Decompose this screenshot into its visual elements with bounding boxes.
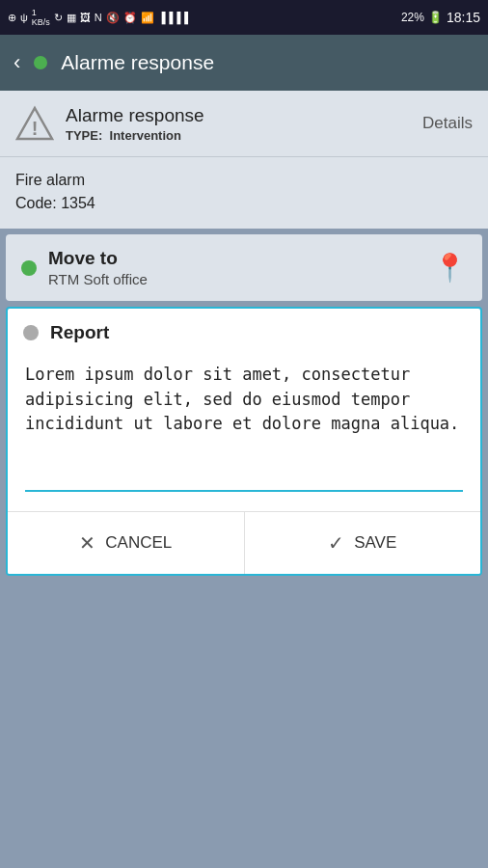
move-to-left: Move to RTM Soft office bbox=[21, 248, 148, 287]
svg-text:!: ! bbox=[32, 118, 39, 139]
report-textarea-wrapper: Lorem ipsum dolor sit amet, consectetur … bbox=[8, 353, 480, 511]
usb-icon: ⊕ bbox=[8, 12, 16, 24]
sync-icon: ↻ bbox=[54, 12, 63, 24]
move-to-content: Move to RTM Soft office bbox=[48, 248, 148, 287]
save-icon: ✓ bbox=[328, 531, 344, 555]
cancel-button[interactable]: ✕ CANCEL bbox=[8, 512, 245, 574]
alert-header: ! Alarme response TYPE: Intervention Det… bbox=[0, 91, 488, 157]
cancel-icon: ✕ bbox=[79, 531, 95, 555]
warning-icon: ! bbox=[15, 104, 54, 143]
location-pin-icon: 📍 bbox=[433, 252, 467, 284]
alert-type: TYPE: Intervention bbox=[66, 128, 204, 143]
type-value: Intervention bbox=[110, 128, 181, 143]
details-link[interactable]: Details bbox=[422, 114, 473, 133]
report-title: Report bbox=[50, 322, 109, 343]
type-label: TYPE: bbox=[66, 128, 102, 143]
status-dot bbox=[34, 56, 47, 69]
save-button[interactable]: ✓ SAVE bbox=[245, 512, 481, 574]
data-speed: 1KB/s bbox=[32, 8, 50, 27]
status-bar-left: ⊕ ψ 1KB/s ↻ ▦ 🖼 N 🔇 ⏰ 📶 ▐▐▐▐ bbox=[8, 8, 188, 27]
usb2-icon: ψ bbox=[20, 12, 28, 23]
alert-info: Alarme response TYPE: Intervention bbox=[66, 105, 204, 143]
image-icon: 🖼 bbox=[80, 12, 91, 23]
sim-icon: ▦ bbox=[67, 12, 76, 24]
move-to-section: Move to RTM Soft office 📍 bbox=[6, 234, 482, 301]
report-dot bbox=[23, 325, 39, 340]
status-bar: ⊕ ψ 1KB/s ↻ ▦ 🖼 N 🔇 ⏰ 📶 ▐▐▐▐ 22% 🔋 18:15 bbox=[0, 0, 488, 35]
nfc-icon: N bbox=[95, 12, 102, 23]
buttons-row: ✕ CANCEL ✓ SAVE bbox=[8, 511, 480, 574]
status-bar-right: 22% 🔋 18:15 bbox=[401, 10, 480, 25]
alarm-icon: ⏰ bbox=[123, 12, 137, 24]
move-to-title: Move to bbox=[48, 248, 148, 269]
alert-header-left: ! Alarme response TYPE: Intervention bbox=[15, 104, 204, 143]
battery-icon: 🔋 bbox=[428, 11, 443, 24]
alarm-line1: Fire alarm bbox=[15, 169, 473, 192]
battery-percent: 22% bbox=[401, 11, 424, 24]
app-title: Alarme response bbox=[61, 51, 214, 74]
move-to-subtitle: RTM Soft office bbox=[48, 271, 148, 287]
alarm-info: Fire alarm Code: 1354 bbox=[0, 157, 488, 229]
clock: 18:15 bbox=[447, 10, 480, 25]
save-label: SAVE bbox=[354, 533, 396, 553]
back-button[interactable]: ‹ bbox=[14, 50, 20, 75]
alert-title: Alarme response bbox=[66, 105, 204, 126]
report-section: Report Lorem ipsum dolor sit amet, conse… bbox=[6, 307, 482, 576]
signal-icon: ▐▐▐▐ bbox=[158, 12, 188, 23]
wifi-icon: 📶 bbox=[141, 12, 154, 24]
alarm-line2: Code: 1354 bbox=[15, 192, 473, 215]
move-dot bbox=[21, 260, 37, 276]
report-input[interactable]: Lorem ipsum dolor sit amet, consectetur … bbox=[25, 359, 463, 492]
cancel-label: CANCEL bbox=[105, 533, 172, 553]
app-bar: ‹ Alarme response bbox=[0, 35, 488, 91]
report-header: Report bbox=[8, 309, 480, 353]
mute-icon: 🔇 bbox=[106, 12, 120, 24]
